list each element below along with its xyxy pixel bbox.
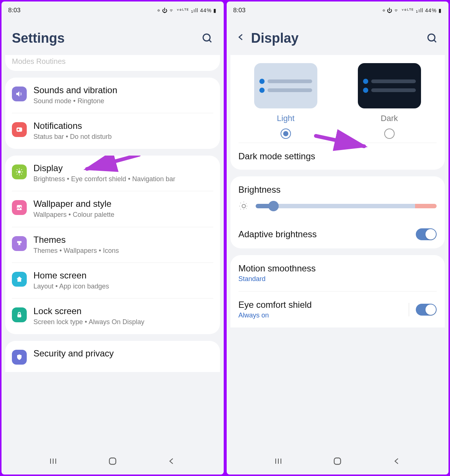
nav-bar xyxy=(1,449,224,475)
svg-point-0 xyxy=(203,34,210,41)
svg-line-10 xyxy=(21,174,22,175)
settings-item-lock[interactable]: Lock screen Screen lock type • Always On… xyxy=(12,298,213,334)
home-icon xyxy=(12,272,27,287)
nav-recents[interactable] xyxy=(49,457,58,467)
wallpaper-icon xyxy=(12,200,27,215)
back-button[interactable] xyxy=(237,32,245,45)
status-icons: ◎ ⏻ ᯤ ᵛᵒᴸᵀᴱ ₁ıll 44% ▮ xyxy=(157,7,217,13)
brightness-slider-row xyxy=(230,197,445,220)
settings-item-notifications[interactable]: Notifications Status bar • Do not distur… xyxy=(12,113,213,149)
nav-back[interactable] xyxy=(392,457,401,467)
item-title: Display xyxy=(33,163,213,173)
phone-left: 8:03 ◎ ⏻ ᯤ ᵛᵒᴸᵀᴱ ₁ıll 44% ▮ Settings Mod… xyxy=(1,1,224,475)
item-subtitle: Status bar • Do not disturb xyxy=(33,133,213,141)
settings-item-security[interactable]: Security and privacy xyxy=(5,341,220,372)
dark-label: Dark xyxy=(381,114,398,123)
item-subtitle: Sound mode • Ringtone xyxy=(33,97,213,105)
nav-recents[interactable] xyxy=(274,457,283,467)
eye-toggle[interactable] xyxy=(416,304,437,316)
item-subtitle: Screen lock type • Always On Display xyxy=(33,318,213,326)
lock-icon xyxy=(12,307,27,322)
settings-item-display[interactable]: Display Brightness • Eye comfort shield … xyxy=(5,156,220,191)
item-title: Wallpaper and style xyxy=(33,199,213,209)
themes-icon xyxy=(12,236,27,251)
nav-bar xyxy=(227,449,449,475)
notif-icon xyxy=(12,122,27,137)
theme-light[interactable]: Light xyxy=(239,63,332,139)
status-time: 8:03 xyxy=(233,7,246,14)
svg-line-27 xyxy=(246,208,247,209)
sound-icon xyxy=(12,87,27,101)
status-bar: 8:03 ◎ ⏻ ᯤ ᵛᵒᴸᵀᴱ ₁ıll 44% ▮ xyxy=(1,1,224,19)
item-subtitle: Brightness • Eye comfort shield • Naviga… xyxy=(33,175,213,183)
display-icon xyxy=(12,164,27,179)
dark-preview xyxy=(358,63,421,108)
eye-comfort-shield[interactable]: Eye comfort shield Always on xyxy=(239,291,437,327)
svg-line-1 xyxy=(209,40,211,42)
search-icon[interactable] xyxy=(426,32,438,44)
item-subtitle: Layout • App icon badges xyxy=(33,282,213,291)
item-title: Lock screen xyxy=(33,306,213,316)
item-subtitle: Themes • Wallpapers • Icons xyxy=(33,247,213,255)
dark-radio[interactable] xyxy=(384,128,395,139)
nav-home[interactable] xyxy=(333,456,342,467)
theme-selector: Light Dark xyxy=(230,55,445,143)
status-bar: 8:03 ◎ ⏻ ᯤ ᵛᵒᴸᵀᴱ ₁ıll 44% ▮ xyxy=(227,1,449,19)
adaptive-brightness[interactable]: Adaptive brightness xyxy=(230,220,445,248)
header: Settings xyxy=(1,19,224,55)
theme-dark[interactable]: Dark xyxy=(343,63,436,139)
svg-rect-33 xyxy=(334,458,341,464)
search-icon[interactable] xyxy=(201,32,213,44)
svg-line-9 xyxy=(17,169,17,170)
status-time: 8:03 xyxy=(8,7,20,14)
display-settings: Light Dark Dark mode settings xyxy=(227,55,449,449)
item-title: Sounds and vibration xyxy=(33,85,213,95)
security-icon xyxy=(12,350,27,365)
item-subtitle: Wallpapers • Colour palette xyxy=(33,211,213,219)
svg-line-26 xyxy=(240,203,241,203)
settings-item-sounds[interactable]: Sounds and vibration Sound mode • Ringto… xyxy=(5,78,220,113)
brightness-slider[interactable] xyxy=(256,204,437,208)
item-title: Themes xyxy=(33,235,213,245)
light-preview xyxy=(254,63,317,108)
adaptive-toggle[interactable] xyxy=(416,228,437,240)
light-label: Light xyxy=(277,114,295,123)
settings-list: Modes Routines Sounds and vibration Soun… xyxy=(1,55,224,449)
light-radio[interactable] xyxy=(281,128,291,139)
svg-rect-14 xyxy=(17,314,22,317)
settings-item-themes[interactable]: Themes Themes • Wallpapers • Icons xyxy=(12,227,213,263)
item-title: Security and privacy xyxy=(33,348,213,359)
item-title: Notifications xyxy=(33,121,213,131)
divider xyxy=(409,303,409,316)
header: Display xyxy=(227,19,449,55)
svg-line-28 xyxy=(240,208,241,209)
page-title: Settings xyxy=(12,30,65,46)
svg-line-11 xyxy=(17,174,17,175)
faded-row: Modes Routines xyxy=(5,55,220,71)
brightness-icon xyxy=(239,201,249,211)
svg-point-19 xyxy=(428,34,435,41)
svg-line-12 xyxy=(21,169,22,170)
page-title: Display xyxy=(251,30,299,46)
phone-right: 8:03 ◎ ⏻ ᯤ ᵛᵒᴸᵀᴱ ₁ıll 44% ▮ Display Ligh… xyxy=(227,1,449,475)
brightness-row: Brightness xyxy=(230,176,445,197)
svg-point-21 xyxy=(242,204,245,208)
svg-rect-18 xyxy=(109,458,116,464)
slider-thumb[interactable] xyxy=(268,201,279,211)
svg-line-29 xyxy=(246,203,247,203)
svg-line-20 xyxy=(434,40,436,42)
settings-item-wallpaper[interactable]: Wallpaper and style Wallpapers • Colour … xyxy=(12,191,213,226)
nav-back[interactable] xyxy=(167,457,176,467)
svg-point-4 xyxy=(18,170,20,173)
item-title: Home screen xyxy=(33,270,213,281)
svg-point-3 xyxy=(17,129,19,131)
status-icons: ◎ ⏻ ᯤ ᵛᵒᴸᵀᴱ ₁ıll 44% ▮ xyxy=(382,7,442,13)
settings-item-home[interactable]: Home screen Layout • App icon badges xyxy=(12,263,213,298)
dark-mode-settings[interactable]: Dark mode settings xyxy=(239,143,437,170)
motion-smoothness[interactable]: Motion smoothness Standard xyxy=(230,255,445,291)
nav-home[interactable] xyxy=(108,456,117,467)
